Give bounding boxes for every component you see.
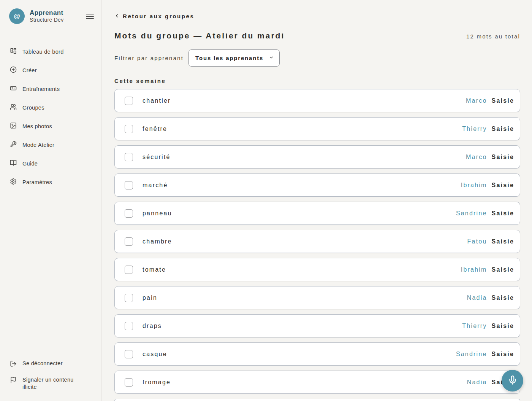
back-link-label: Retour aux groupes xyxy=(123,13,195,19)
word-card-partial xyxy=(114,399,520,401)
sidebar-nav: Tableau de bord Créer Entraînements Grou… xyxy=(9,42,95,191)
word-card: fenêtre Thierry Saisie xyxy=(114,117,520,140)
sidebar-item-mode-atelier[interactable]: Mode Atelier xyxy=(9,135,95,154)
learner-name[interactable]: Thierry xyxy=(462,323,487,329)
main-content: Retour aux groupes Mots du groupe — Atel… xyxy=(102,0,532,401)
wrench-icon xyxy=(10,141,17,149)
word-card: tomate Ibrahim Saisie xyxy=(114,258,520,281)
word-card: draps Thierry Saisie xyxy=(114,314,520,337)
sidebar-item-label: Créer xyxy=(22,67,37,73)
word-label: chantier xyxy=(142,97,171,104)
chevron-down-icon xyxy=(269,55,274,62)
flag-icon xyxy=(10,376,17,386)
entry-type-badge: Saisie xyxy=(492,238,514,245)
selected-filter-value: Tous les apprenants xyxy=(195,55,263,61)
gamepad-icon xyxy=(10,85,17,93)
sidebar-item-label: Entraînements xyxy=(22,86,60,92)
photo-icon xyxy=(10,122,17,130)
sidebar-item-parametres[interactable]: Paramètres xyxy=(9,173,95,191)
sidebar-footer: Se déconnecter Signaler un contenu illic… xyxy=(9,359,95,392)
microphone-icon xyxy=(508,375,518,386)
word-checkbox[interactable] xyxy=(125,266,133,274)
word-card: fromage Nadia Saisie xyxy=(114,371,520,394)
sidebar-item-creer[interactable]: Créer xyxy=(9,61,95,80)
app-name: Apprenant xyxy=(30,9,80,17)
entry-type-badge: Saisie xyxy=(492,97,514,104)
sidebar-item-groupes[interactable]: Groupes xyxy=(9,98,95,117)
learner-name[interactable]: Nadia xyxy=(467,294,487,301)
total-words-count: 12 mots au total xyxy=(466,33,520,40)
sidebar-item-tableau-de-bord[interactable]: Tableau de bord xyxy=(9,42,95,61)
word-card: pain Nadia Saisie xyxy=(114,286,520,309)
word-checkbox[interactable] xyxy=(125,237,133,246)
sidebar-item-label: Groupes xyxy=(22,105,44,111)
sidebar-item-label: Paramètres xyxy=(22,179,52,185)
word-card: marché Ibrahim Saisie xyxy=(114,173,520,197)
learner-name[interactable]: Fatou xyxy=(467,238,487,245)
entry-type-badge: Saisie xyxy=(492,351,514,358)
logout-label: Se déconnecter xyxy=(22,360,63,368)
word-card: chantier Marco Saisie xyxy=(114,89,520,112)
entry-type-badge: Saisie xyxy=(492,126,514,132)
sidebar-item-label: Mes photos xyxy=(22,123,52,129)
entry-type-badge: Saisie xyxy=(492,294,514,301)
learner-name[interactable]: Sandrine xyxy=(456,210,487,217)
sidebar-item-guide[interactable]: Guide xyxy=(9,154,95,173)
word-label: fromage xyxy=(142,379,171,386)
word-label: tomate xyxy=(142,266,166,273)
entry-type-badge: Saisie xyxy=(492,182,514,189)
word-card: casque Sandrine Saisie xyxy=(114,342,520,366)
entry-type-badge: Saisie xyxy=(492,210,514,217)
learner-name[interactable]: Thierry xyxy=(462,126,487,132)
entry-type-badge: Saisie xyxy=(492,323,514,329)
word-checkbox[interactable] xyxy=(125,97,133,105)
filter-label: Filtrer par apprenant xyxy=(114,55,184,61)
word-label: casque xyxy=(142,351,167,358)
gear-icon xyxy=(10,178,17,186)
sidebar-item-mes-photos[interactable]: Mes photos xyxy=(9,117,95,135)
report-content-button[interactable]: Signaler un contenu illicite xyxy=(9,376,95,392)
sidebar-item-label: Tableau de bord xyxy=(22,49,64,55)
word-checkbox[interactable] xyxy=(125,350,133,358)
book-open-icon xyxy=(10,159,17,167)
learner-name[interactable]: Marco xyxy=(466,97,487,104)
word-checkbox[interactable] xyxy=(125,181,133,189)
page-title: Mots du groupe — Atelier du mardi xyxy=(114,31,285,40)
entry-type-badge: Saisie xyxy=(492,154,514,161)
word-label: sécurité xyxy=(142,154,171,161)
learner-name[interactable]: Ibrahim xyxy=(461,182,487,189)
word-label: panneau xyxy=(142,210,172,217)
word-checkbox[interactable] xyxy=(125,153,133,161)
learner-name[interactable]: Marco xyxy=(466,154,487,161)
word-checkbox[interactable] xyxy=(125,378,133,387)
avatar-glyph: @ xyxy=(14,13,20,20)
word-checkbox[interactable] xyxy=(125,322,133,330)
word-label: chambre xyxy=(142,238,172,245)
back-to-groups-link[interactable]: Retour aux groupes xyxy=(114,13,195,19)
learner-filter-select[interactable]: Tous les apprenants xyxy=(188,49,280,67)
avatar: @ xyxy=(9,8,25,24)
hamburger-menu-icon[interactable] xyxy=(85,12,95,21)
word-card: chambre Fatou Saisie xyxy=(114,230,520,253)
sidebar-item-label: Mode Atelier xyxy=(22,142,54,148)
chevron-left-icon xyxy=(114,13,119,19)
sidebar-item-entrainements[interactable]: Entraînements xyxy=(9,80,95,98)
word-label: marché xyxy=(142,182,168,189)
logout-icon xyxy=(10,360,17,369)
word-label: pain xyxy=(142,294,157,301)
learner-name[interactable]: Nadia xyxy=(467,379,487,386)
microphone-button[interactable] xyxy=(502,370,523,391)
word-checkbox[interactable] xyxy=(125,209,133,218)
users-icon xyxy=(10,103,17,111)
learner-name[interactable]: Ibrahim xyxy=(461,266,487,273)
plus-circle-icon xyxy=(10,66,17,74)
dashboard-icon xyxy=(10,48,17,56)
section-title: Cette semaine xyxy=(114,78,520,84)
word-checkbox[interactable] xyxy=(125,125,133,133)
word-label: fenêtre xyxy=(142,126,167,132)
logout-button[interactable]: Se déconnecter xyxy=(9,359,95,370)
word-card: sécurité Marco Saisie xyxy=(114,145,520,169)
learner-name[interactable]: Sandrine xyxy=(456,351,487,358)
app-header: @ Apprenant Structure Dev xyxy=(9,8,95,24)
word-checkbox[interactable] xyxy=(125,294,133,302)
